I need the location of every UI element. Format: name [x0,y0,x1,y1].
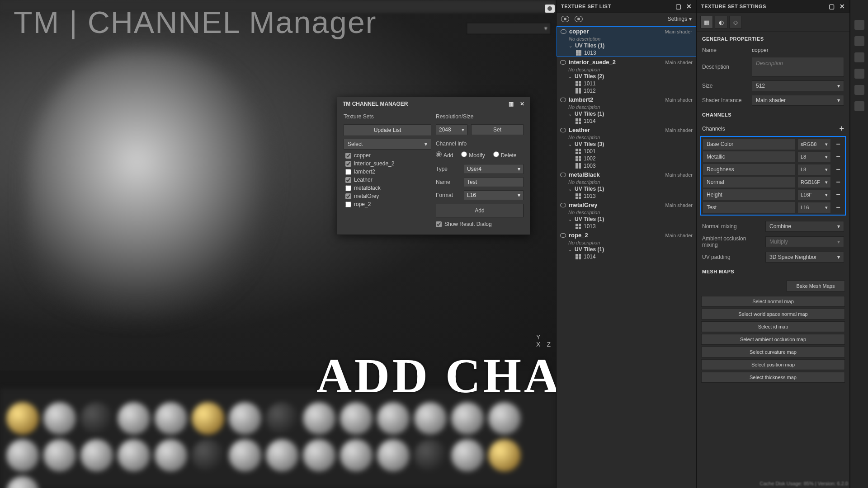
material-thumb[interactable] [229,439,261,472]
texture-set-checkbox[interactable]: lambert2 [344,168,431,176]
channel-name[interactable]: Test [703,202,795,213]
material-thumb[interactable] [118,439,150,472]
add-channel-icon[interactable]: + [839,124,844,133]
uv-tile[interactable]: 1001 [557,148,696,155]
type-dropdown[interactable]: User4▾ [464,164,524,174]
uv-tile[interactable]: 1002 [557,155,696,162]
select-dropdown[interactable]: Select▾ [344,139,431,150]
material-thumb[interactable] [6,402,39,435]
material-thumb[interactable] [229,402,261,435]
material-thumb[interactable] [43,402,76,435]
close-icon[interactable]: ✕ [840,3,845,10]
close-icon[interactable]: ✕ [520,101,524,107]
remove-channel-icon[interactable]: − [833,153,843,161]
mode-uv-icon[interactable]: ◇ [729,16,742,28]
visibility-icon[interactable] [560,60,566,65]
texture-set-item[interactable]: lambert2 Main shader No description ⌄UV … [557,95,696,124]
uv-tile[interactable]: 1013 [557,223,696,230]
material-thumb[interactable] [155,402,187,435]
mesh-map-select-button[interactable]: Select thickness map [701,372,845,383]
uv-tiles-toggle[interactable]: ⌄UV Tiles (1) [557,111,696,117]
undock-icon[interactable]: ▢ [829,3,835,10]
resolution-dropdown[interactable]: 2048▾ [436,124,467,135]
mode-delete-radio[interactable]: Delete [493,151,517,159]
material-thumb[interactable] [377,402,410,435]
visibility-solo-icon[interactable] [575,16,583,22]
uv-tiles-toggle[interactable]: ⌄UV Tiles (1) [557,216,696,222]
material-thumb[interactable] [80,402,113,435]
material-thumb[interactable] [266,439,298,472]
uv-tiles-toggle[interactable]: ⌄UV Tiles (2) [557,73,696,80]
visibility-icon[interactable] [561,29,566,34]
material-thumb[interactable] [303,439,335,472]
material-thumb[interactable] [451,439,484,472]
channel-format-dropdown[interactable]: L16F▾ [798,190,830,200]
channel-name[interactable]: Roughness [703,164,795,175]
shader-instance-dropdown[interactable]: Main shader▾ [752,95,844,106]
uv-tile[interactable]: 1013 [557,193,696,199]
texture-set-item[interactable]: Leather Main shader No description ⌄UV T… [557,125,696,169]
mode-material-icon[interactable]: ▦ [700,16,713,28]
material-thumb[interactable] [340,439,373,472]
material-thumb[interactable] [192,402,224,435]
format-dropdown[interactable]: L16▾ [464,190,524,200]
uv-tile[interactable]: 1011 [557,80,696,87]
material-thumb[interactable] [488,402,521,435]
material-thumb[interactable] [6,476,39,488]
visibility-icon[interactable] [560,128,566,132]
add-channel-button[interactable]: Add [436,204,524,217]
texture-set-checkbox[interactable]: rope_2 [344,200,431,208]
size-dropdown[interactable]: 512▾ [752,80,844,91]
texture-set-item[interactable]: metalGrey Main shader No description ⌄UV… [557,200,696,230]
material-thumb[interactable] [414,439,447,472]
layers-icon[interactable] [854,20,864,30]
material-thumb[interactable] [155,439,187,472]
channel-format-dropdown[interactable]: sRGB8▾ [798,139,830,150]
channel-name[interactable]: Height [703,189,795,200]
uv-tiles-toggle[interactable]: ⌄UV Tiles (1) [557,186,696,192]
remove-channel-icon[interactable]: − [833,165,843,174]
properties-icon[interactable] [854,52,864,62]
mesh-map-select-button[interactable]: Select curvature map [701,347,845,357]
ao-mixing-dropdown[interactable]: Multiply▾ [765,236,844,247]
mesh-map-select-button[interactable]: Select normal map [701,296,845,307]
bake-mesh-maps-button[interactable]: Bake Mesh Maps [786,281,845,291]
uv-tile[interactable]: 1014 [557,253,696,260]
visibility-icon[interactable] [560,173,566,177]
update-list-button[interactable]: Update List [344,124,431,136]
channel-name[interactable]: Base Color [703,139,795,150]
channel-name[interactable]: Normal [703,177,795,188]
uv-tile[interactable]: 1014 [557,118,696,124]
tsl-settings-dropdown[interactable]: Settings▾ [668,16,692,22]
mode-modify-radio[interactable]: Modify [461,151,485,159]
material-thumb[interactable] [6,439,39,472]
set-button[interactable]: Set [471,124,524,135]
material-thumb[interactable] [192,439,224,472]
visibility-icon[interactable] [560,233,566,238]
material-thumb[interactable] [451,402,484,435]
channel-name[interactable]: Metallic [703,151,795,162]
material-thumb[interactable] [340,402,373,435]
name-input[interactable]: Test [464,177,524,187]
remove-channel-icon[interactable]: − [833,203,843,211]
material-thumb[interactable] [80,439,113,472]
mesh-map-select-button[interactable]: Select id map [701,321,845,332]
display-icon[interactable] [854,101,864,111]
visibility-icon[interactable] [560,203,566,207]
uv-tile[interactable]: 1012 [557,88,696,94]
material-thumb[interactable] [414,402,447,435]
material-thumb[interactable] [43,439,76,472]
show-result-checkbox[interactable]: Show Result Dialog [436,221,524,227]
texture-set-checkbox[interactable]: copper [344,151,431,160]
uv-tiles-toggle[interactable]: ⌄UV Tiles (3) [557,141,696,147]
description-input[interactable]: Description [752,57,844,77]
texture-set-checkbox[interactable]: metalBlack [344,184,431,192]
visibility-all-icon[interactable] [561,16,569,22]
close-icon[interactable]: ✕ [686,3,692,10]
axis-gizmo[interactable]: Y X—Z [536,333,551,348]
uv-tiles-toggle[interactable]: ⌄UV Tiles (1) [557,42,696,49]
visibility-icon[interactable] [560,98,566,102]
texture-set-checkbox[interactable]: metalGrey [344,192,431,200]
undock-icon[interactable]: ▥ [509,101,514,107]
mesh-map-select-button[interactable]: Select ambient occlusion map [701,334,845,345]
